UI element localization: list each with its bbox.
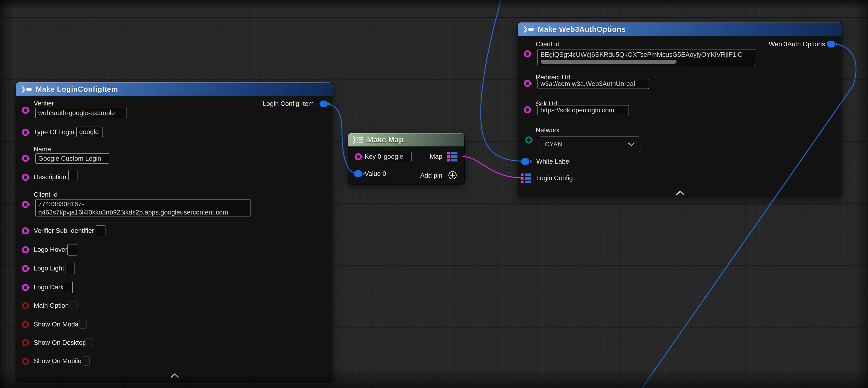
pin-verifier[interactable]	[22, 107, 29, 114]
output-pin-label: Login Config Item	[263, 100, 314, 107]
pin-redirect-url[interactable]	[524, 80, 531, 87]
pin-label-description: Description	[34, 174, 66, 181]
pin-label-client-id: Client Id	[536, 40, 560, 48]
node-make-loginconfigitem[interactable]: Make LoginConfigItem Login Config Item V…	[16, 82, 333, 382]
pin-name[interactable]	[22, 155, 29, 162]
pin-logo-dark[interactable]	[22, 284, 29, 291]
logo-light-input[interactable]	[65, 263, 75, 274]
make-map-icon	[352, 136, 364, 144]
output-pin-login-config-item[interactable]	[319, 100, 328, 107]
type-of-login-input[interactable]: google	[76, 126, 103, 137]
make-struct-icon	[523, 25, 534, 34]
show-on-mobile-checkbox[interactable]	[82, 356, 90, 365]
node-header-make-map[interactable]: Make Map	[348, 133, 464, 147]
pin-network[interactable]	[525, 137, 532, 144]
node-header-make-loginconfigitem[interactable]: Make LoginConfigItem	[16, 82, 333, 96]
key-0-input[interactable]: google	[381, 151, 411, 162]
output-pin-label: Web 3Auth Options	[769, 40, 825, 48]
blueprint-canvas: Make LoginConfigItem Login Config Item V…	[0, 0, 868, 388]
pin-label-logo-dark: Logo Dark	[34, 284, 64, 291]
pin-white-label[interactable]	[521, 158, 529, 165]
chevron-down-icon	[628, 142, 635, 146]
output-pin-web3auth-options[interactable]	[827, 41, 835, 48]
collapse-chevron-icon[interactable]	[171, 373, 179, 379]
pin-label-main-option: Main Option	[34, 302, 69, 309]
pin-label-logo-hover: Logo Hover	[34, 246, 67, 253]
pin-label-value-0: Value 0	[365, 170, 386, 177]
pin-label-type-of-login: Type Of Login	[34, 128, 74, 136]
node-title: Make Web3AuthOptions	[538, 25, 626, 34]
pin-logo-light[interactable]	[22, 265, 29, 272]
pin-label-network: Network	[536, 126, 560, 134]
sdk-url-input[interactable]: https://sdk.openlogin.com	[537, 105, 629, 115]
network-dropdown[interactable]: CYAN	[539, 136, 640, 152]
pin-label-client-id: Client Id	[34, 191, 58, 198]
pin-label-login-config: Login Config	[536, 175, 573, 182]
add-pin-label[interactable]: Add pin	[420, 172, 442, 179]
logo-hover-input[interactable]	[67, 244, 77, 256]
node-header-make-web3authoptions[interactable]: Make Web3AuthOptions	[518, 23, 842, 36]
pin-label-show-on-modal: Show On Modal	[34, 321, 80, 328]
pin-logo-hover[interactable]	[22, 246, 29, 253]
pin-label-show-on-mobile: Show On Mobile	[34, 357, 82, 364]
node-make-web3authoptions[interactable]: Make Web3AuthOptions Web 3Auth Options C…	[518, 22, 842, 197]
pin-label-logo-light: Logo Light	[34, 265, 64, 272]
make-struct-icon	[21, 85, 33, 94]
pin-label-show-on-desktop: Show On Desktop	[34, 339, 86, 346]
output-pin-label-map: Map	[430, 153, 442, 160]
redirect-url-input[interactable]: w3a://com.w3a.Web3AuthUnreal	[537, 79, 649, 89]
name-input[interactable]: Google Custom Login	[35, 153, 109, 163]
pin-type-of-login[interactable]	[22, 129, 29, 136]
pin-main-option[interactable]	[22, 302, 29, 309]
pin-label-verifier-sub-identifier: Verifier Sub Identifier	[34, 227, 94, 234]
node-title: Make LoginConfigItem	[36, 85, 118, 94]
node-make-map[interactable]: Make Map Key 0 google Map Value 0 Add pi…	[348, 133, 465, 184]
main-option-checkbox[interactable]	[69, 301, 78, 310]
pin-key-0[interactable]	[355, 153, 362, 160]
pin-description[interactable]	[22, 174, 29, 181]
show-on-desktop-checkbox[interactable]	[85, 338, 93, 347]
add-pin-icon[interactable]	[448, 171, 457, 181]
pin-label-key-0: Key 0	[365, 153, 381, 160]
pin-label-name: Name	[34, 146, 51, 153]
collapse-chevron-icon[interactable]	[676, 190, 684, 196]
pin-show-on-desktop[interactable]	[22, 339, 29, 347]
verifier-sub-identifier-input[interactable]	[96, 225, 105, 237]
pin-show-on-mobile[interactable]	[22, 358, 29, 365]
pin-verifier-sub-identifier[interactable]	[22, 227, 29, 234]
client-id-scrollbar[interactable]	[540, 60, 677, 64]
client-id-text: BEglQSgt4cUWcj6SKRdu5QkOXTsePmMcusG5EAoy…	[540, 51, 742, 58]
output-pin-map[interactable]	[447, 151, 458, 162]
client-id-input[interactable]: 774338308167-q463s7kpvja16l4l0kko3nb925i…	[35, 199, 250, 216]
network-dropdown-value: CYAN	[545, 141, 562, 148]
node-title: Make Map	[367, 136, 404, 144]
verifier-input[interactable]: web3auth-google-example	[35, 108, 127, 118]
pin-sdk-url[interactable]	[524, 106, 531, 113]
pin-client-id[interactable]	[524, 50, 531, 57]
show-on-modal-checkbox[interactable]	[79, 320, 87, 329]
pin-label-verifier: Verifier	[34, 100, 54, 107]
description-input[interactable]	[68, 170, 78, 180]
pin-value-0[interactable]	[354, 170, 362, 177]
pin-show-on-modal[interactable]	[22, 321, 29, 328]
pin-login-config[interactable]	[521, 173, 531, 184]
pin-label-white-label: White Label	[536, 158, 570, 165]
pin-client-id[interactable]	[22, 201, 29, 208]
logo-dark-input[interactable]	[63, 282, 73, 293]
client-id-input[interactable]: BEglQSgt4cUWcj6SKRdu5QkOXTsePmMcusG5EAoy…	[537, 49, 755, 66]
